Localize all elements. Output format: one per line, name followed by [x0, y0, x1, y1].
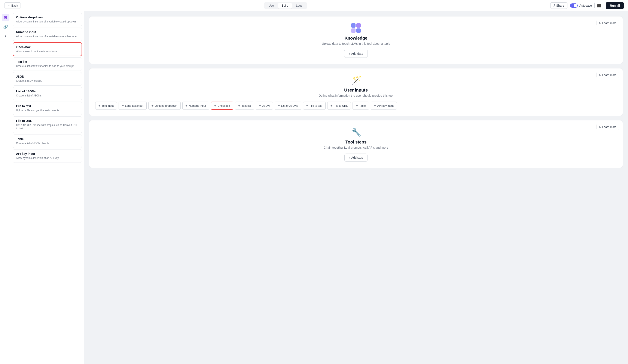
user-inputs-card-header: 🪄 User inputs Define what information th… [95, 74, 617, 97]
component-item-file-to-url[interactable]: File to URL Get a file URL for use with … [13, 116, 82, 133]
component-title: JSON [16, 75, 79, 78]
grid-icon: ⊞ [4, 15, 7, 20]
component-title: Options dropdown [16, 16, 79, 19]
autosave-toggle[interactable] [570, 3, 578, 8]
component-item-list-of-jsons[interactable]: List of JSONs Create a list of JSONs. [13, 87, 82, 100]
component-item-api-key-input[interactable]: API key input Allow dynamic insertion of… [13, 149, 82, 163]
back-arrow-icon: ← [7, 4, 10, 7]
share-icon: ⤴ [553, 4, 555, 7]
chip-plus-icon: + [238, 104, 240, 108]
chip-label: Table [359, 104, 366, 107]
tool-steps-learn-more-button[interactable]: ▷ Learn more [597, 124, 619, 130]
share-button[interactable]: ⤴ Share [550, 2, 567, 9]
tab-logs[interactable]: Logs [293, 2, 306, 8]
knowledge-icon [351, 23, 361, 33]
component-item-table[interactable]: Table Create a list of JSON objects [13, 134, 82, 148]
chip-label: Long text input [125, 104, 143, 107]
chip-plus-icon: + [98, 104, 100, 108]
sidebar-icon-grid[interactable]: ⊞ [2, 14, 9, 21]
back-button[interactable]: ← Back [4, 2, 21, 9]
tool-steps-card-header: 🔧 Tool steps Chain together LLM prompts,… [95, 126, 617, 149]
tool-steps-card-title: Tool steps [345, 140, 367, 145]
component-title: Text list [16, 60, 79, 63]
user-inputs-card-subtitle: Define what information the user should … [319, 94, 393, 97]
key-icon: ✦ [4, 34, 7, 38]
component-title: List of JSONs [16, 90, 79, 93]
user-inputs-card: ▷ Learn more 🪄 User inputs Define what i… [89, 68, 623, 116]
component-desc: Create a list of text variables to add t… [16, 64, 79, 68]
component-desc: Upload a file and get the text contents. [16, 109, 79, 112]
chip-long-text-input[interactable]: + Long text input [119, 102, 147, 110]
main-layout: ⊞ 🔗 ✦ Options dropdown Allow dynamic ins… [0, 11, 628, 364]
user-inputs-learn-more-button[interactable]: ▷ Learn more [597, 72, 619, 78]
add-step-button[interactable]: + Add step [344, 154, 368, 162]
add-data-button[interactable]: + Add data [344, 50, 368, 58]
chip-table[interactable]: + Table [353, 102, 369, 110]
knowledge-learn-more-button[interactable]: ▷ Learn more [597, 20, 619, 26]
chip-numeric-input[interactable]: + Numeric input [182, 102, 209, 110]
tool-steps-card-subtitle: Chain together LLM prompts, call APIs an… [324, 146, 388, 149]
chip-options-dropdown[interactable]: + Options dropdown [148, 102, 181, 110]
save-icon: ⬛ [597, 4, 601, 7]
chip-plus-icon: + [356, 104, 358, 108]
chip-label: File to URL [334, 104, 348, 107]
navbar-tabs: Use Build Logs [264, 2, 307, 9]
component-desc: Create a JSON object. [16, 79, 79, 83]
back-label: Back [11, 4, 18, 7]
chip-plus-icon: + [214, 104, 216, 108]
share-label: Share [556, 4, 564, 7]
userinputs-icon: 🪄 [351, 75, 361, 85]
component-desc: Create a list of JSONs. [16, 94, 79, 98]
chip-json[interactable]: + JSON [256, 102, 273, 110]
component-title: File to text [16, 104, 79, 108]
knowledge-card: ▷ Learn more Knowledge Upload data to te… [89, 16, 623, 64]
chip-file-to-url[interactable]: + File to URL [327, 102, 351, 110]
component-desc: Allow a user to indicate true or false. [16, 50, 78, 53]
component-desc: Get a file URL for use with steps such a… [16, 123, 79, 131]
chip-label: File to text [310, 104, 322, 107]
component-item-checkbox[interactable]: Checkbox Allow a user to indicate true o… [13, 42, 82, 56]
chip-file-to-text[interactable]: + File to text [303, 102, 325, 110]
chip-list-of-jsons[interactable]: + List of JSONs [275, 102, 301, 110]
chip-label: Text list [242, 104, 251, 107]
chip-plus-icon: + [306, 104, 308, 108]
sidebar-icon-link[interactable]: 🔗 [2, 23, 9, 31]
chip-checkbox[interactable]: + Checkbox [211, 102, 233, 110]
component-item-options-dropdown[interactable]: Options dropdown Allow dynamic insertion… [13, 13, 82, 26]
run-all-button[interactable]: Run all [606, 2, 624, 9]
component-item-numeric-input[interactable]: Numeric input Allow dynamic insertion of… [13, 28, 82, 41]
tab-use[interactable]: Use [265, 2, 277, 8]
component-desc: Allow dynamic insertion of a variable vi… [16, 20, 79, 23]
component-panel: Options dropdown Allow dynamic insertion… [11, 11, 84, 364]
component-desc: Allow dynamic insertion of an API key [16, 156, 79, 160]
chip-plus-icon: + [259, 104, 261, 108]
icon-sidebar: ⊞ 🔗 ✦ [0, 11, 11, 364]
link-icon: 🔗 [3, 25, 8, 29]
userinputs-icon-wrap: 🪄 [350, 74, 362, 86]
chip-label: Checkbox [218, 104, 230, 107]
component-title: Numeric input [16, 30, 79, 34]
sidebar-icon-key[interactable]: ✦ [2, 33, 9, 40]
chip-plus-icon: + [374, 104, 376, 108]
knowledge-card-title: Knowledge [345, 36, 368, 41]
chip-label: Numeric input [189, 104, 206, 107]
chip-text-list[interactable]: + Text list [235, 102, 254, 110]
knowledge-card-subtitle: Upload data to teach LLMs in this tool a… [322, 42, 390, 45]
tool-steps-card: ▷ Learn more 🔧 Tool steps Chain together… [89, 120, 623, 168]
save-icon-button[interactable]: ⬛ [594, 2, 603, 9]
svg-rect-3 [356, 28, 361, 33]
component-item-text-list[interactable]: Text list Create a list of text variable… [13, 57, 82, 71]
component-item-file-to-text[interactable]: File to text Upload a file and get the t… [13, 102, 82, 115]
svg-text:🪄: 🪄 [352, 75, 361, 85]
chip-plus-icon: + [330, 104, 332, 108]
chip-text-input[interactable]: + Text input [95, 102, 117, 110]
component-title: File to URL [16, 119, 79, 122]
chip-api-key-input[interactable]: + API key input [371, 102, 397, 110]
main-content: ▷ Learn more Knowledge Upload data to te… [84, 11, 628, 364]
component-title: Checkbox [16, 45, 78, 49]
component-item-json[interactable]: JSON Create a JSON object. [13, 72, 82, 86]
component-desc: Create a list of JSON objects [16, 142, 79, 145]
tab-build[interactable]: Build [278, 2, 292, 8]
component-title: API key input [16, 152, 79, 155]
autosave-label: Autosave [579, 4, 592, 7]
